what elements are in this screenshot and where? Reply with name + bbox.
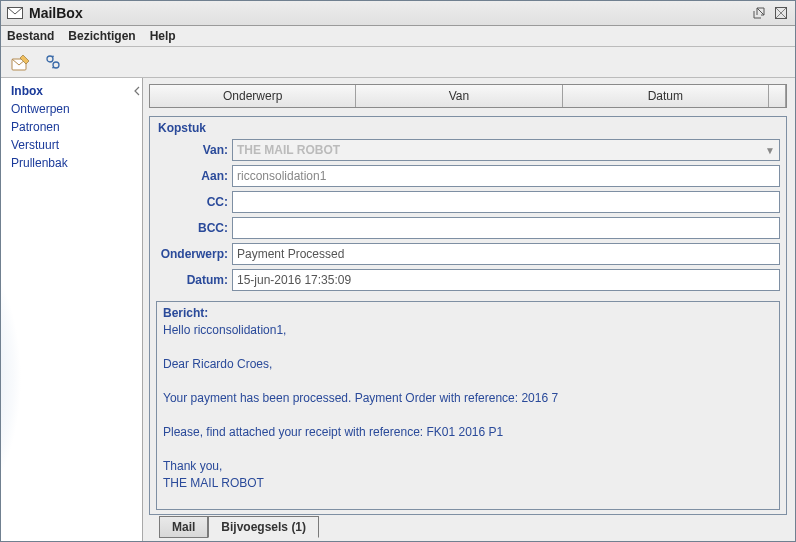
menu-bezichtigen[interactable]: Bezichtigen <box>68 29 135 43</box>
message-list-header: Onderwerp Van Datum <box>149 84 787 108</box>
folder-sidebar: Inbox Ontwerpen Patronen Verstuurt Prull… <box>1 78 143 541</box>
menu-help[interactable]: Help <box>150 29 176 43</box>
toolbar <box>1 47 795 78</box>
bericht-label: Bericht: <box>163 306 773 320</box>
from-field[interactable]: THE MAIL ROBOT ▼ <box>232 139 780 161</box>
cc-field[interactable] <box>232 191 780 213</box>
titlebar: MailBox <box>1 1 795 26</box>
folder-patronen[interactable]: Patronen <box>11 118 142 136</box>
subject-value: Payment Processed <box>237 247 344 261</box>
restore-window-icon[interactable] <box>751 5 767 21</box>
col-datum[interactable]: Datum <box>563 85 769 107</box>
envelope-icon <box>7 7 23 19</box>
subject-label: Onderwerp: <box>156 247 228 261</box>
to-value: ricconsolidation1 <box>237 169 326 183</box>
folder-prullenbak[interactable]: Prullenbak <box>11 154 142 172</box>
to-field[interactable]: ricconsolidation1 <box>232 165 780 187</box>
chevron-down-icon: ▼ <box>765 145 775 156</box>
bottom-tabs: Mail Bijvoegsels (1) <box>149 515 787 537</box>
col-spacer <box>769 85 786 107</box>
folder-inbox[interactable]: Inbox <box>11 82 142 100</box>
kopstuk-label: Kopstuk <box>158 121 780 135</box>
cc-label: CC: <box>156 195 228 209</box>
subject-field[interactable]: Payment Processed <box>232 243 780 265</box>
from-value: THE MAIL ROBOT <box>237 143 340 157</box>
message-body-group: Bericht: Hello ricconsolidation1, Dear R… <box>156 301 780 510</box>
col-van[interactable]: Van <box>356 85 562 107</box>
date-label: Datum: <box>156 273 228 287</box>
tab-bijvoegsels[interactable]: Bijvoegsels (1) <box>208 516 319 538</box>
refresh-button[interactable] <box>39 49 67 75</box>
window-title: MailBox <box>29 5 83 21</box>
folder-verstuurt[interactable]: Verstuurt <box>11 136 142 154</box>
message-body[interactable]: Hello ricconsolidation1, Dear Ricardo Cr… <box>163 322 773 492</box>
app-window: MailBox Bestand Bezichtigen Help <box>0 0 796 542</box>
col-onderwerp[interactable]: Onderwerp <box>150 85 356 107</box>
tab-mail[interactable]: Mail <box>159 516 208 538</box>
sidebar-collapse-icon[interactable] <box>132 82 142 100</box>
maximize-window-icon[interactable] <box>773 5 789 21</box>
message-panel: Kopstuk Van: THE MAIL ROBOT ▼ Aan: ricco… <box>149 116 787 515</box>
menubar: Bestand Bezichtigen Help <box>1 26 795 47</box>
to-label: Aan: <box>156 169 228 183</box>
bcc-field[interactable] <box>232 217 780 239</box>
date-value: 15-jun-2016 17:35:09 <box>237 273 351 287</box>
date-field[interactable]: 15-jun-2016 17:35:09 <box>232 269 780 291</box>
bcc-label: BCC: <box>156 221 228 235</box>
folder-ontwerpen[interactable]: Ontwerpen <box>11 100 142 118</box>
content-area: Onderwerp Van Datum Kopstuk Van: THE MAI… <box>143 78 795 541</box>
from-label: Van: <box>156 143 228 157</box>
menu-bestand[interactable]: Bestand <box>7 29 54 43</box>
compose-button[interactable] <box>7 49 35 75</box>
